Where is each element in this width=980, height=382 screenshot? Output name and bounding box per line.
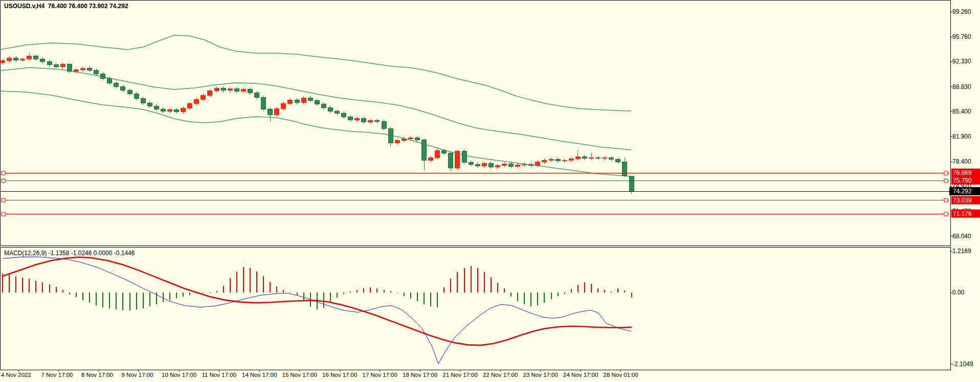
time-tick-label: 9 Nov 17:00 — [122, 372, 153, 378]
candle-body — [355, 118, 360, 120]
candle-body — [134, 94, 139, 98]
candle-body — [435, 150, 440, 158]
time-tick-label: 7 Nov 17:00 — [41, 372, 73, 378]
candle-body — [308, 98, 313, 101]
candle-body — [449, 153, 453, 168]
candle-body — [569, 159, 573, 160]
candle-body — [1, 61, 5, 63]
candle-body — [161, 109, 165, 111]
level-line-left-handle[interactable] — [2, 171, 5, 175]
price-tag-red-label: 71.176 — [953, 210, 972, 217]
macd-tick-label: -2.1049 — [952, 361, 973, 368]
panel-backgrounds — [0, 0, 980, 382]
candle-body — [582, 157, 587, 159]
candle-body — [368, 121, 373, 122]
candle-body — [121, 87, 125, 90]
price-tick-label: 81.900 — [952, 133, 971, 140]
candle-body — [375, 121, 380, 122]
candle-body — [362, 118, 366, 122]
price-tick-label: 85.400 — [952, 108, 971, 115]
candle-body — [7, 58, 12, 61]
symbol-title: USOUSD.v,H4 76.400 76.400 73.902 74.292 — [4, 3, 128, 10]
time-tick-label: 11 Nov 17:00 — [202, 372, 237, 378]
time-tick-label: 16 Nov 17:00 — [322, 372, 357, 378]
candle-body — [321, 104, 326, 108]
price-tick-label: 78.400 — [952, 158, 971, 165]
level-line-right-handle[interactable] — [944, 171, 948, 175]
candle-body — [382, 121, 386, 128]
candle-body — [609, 158, 614, 160]
candle-body — [54, 64, 58, 66]
candle-body — [27, 56, 32, 59]
candle-body — [622, 162, 627, 175]
chart-window: { "header": { "symbol_period": "USOUSD.v… — [0, 0, 980, 382]
price-tick-label: 92.330 — [952, 58, 971, 65]
candle-body — [214, 88, 219, 91]
price-tag-red-label: 73.039 — [953, 197, 972, 204]
ohlc-readout — [44, 3, 48, 10]
candle-body — [34, 56, 38, 59]
candle-body — [201, 95, 206, 99]
candle-body — [221, 88, 226, 91]
candle-body — [422, 140, 427, 161]
candle-body — [562, 160, 567, 161]
candle-body — [469, 162, 473, 164]
level-line-left-handle[interactable] — [2, 179, 5, 183]
candle-body — [495, 165, 500, 167]
candle-body — [248, 89, 252, 93]
candle-body — [442, 150, 447, 153]
candle-body — [87, 68, 92, 70]
level-line-right-handle[interactable] — [944, 179, 948, 183]
level-line-left-handle[interactable] — [2, 212, 5, 216]
candle-body — [388, 128, 393, 143]
macd-values: -1.1358 -1.0246 0.0000 -0.1446 — [49, 250, 135, 257]
candle-body — [455, 151, 460, 168]
candle-body — [154, 106, 159, 109]
candle-body — [603, 158, 607, 159]
symbol-period-label: USOUSD.v,H4 — [4, 3, 44, 10]
candle-body — [281, 104, 286, 109]
time-tick-label: 17 Nov 17:00 — [363, 372, 397, 378]
candle-body — [261, 97, 266, 109]
candle-body — [629, 176, 634, 191]
candle-body — [168, 109, 172, 111]
candle-body — [147, 103, 152, 106]
price-tick-label: 99.260 — [952, 8, 971, 15]
time-tick-label: 24 Nov 17:00 — [563, 372, 598, 378]
candle-body — [395, 141, 399, 143]
candle-body — [589, 158, 594, 159]
candle-body — [208, 91, 212, 95]
candle-body — [14, 58, 18, 60]
level-line-left-handle[interactable] — [2, 198, 5, 202]
candle-body — [80, 68, 85, 70]
candle-body — [536, 162, 540, 166]
candle-body — [181, 108, 186, 111]
candle-body — [482, 164, 486, 166]
candle-body — [127, 90, 132, 94]
level-line-right-handle[interactable] — [944, 212, 948, 216]
candle-body — [335, 111, 340, 114]
candle-body — [429, 158, 433, 161]
candle-body — [415, 138, 419, 140]
candle-body — [255, 93, 259, 97]
macd-name: MACD(12,26,9) — [4, 250, 47, 257]
price-tick-label: 95.760 — [952, 33, 971, 40]
candle-body — [60, 64, 65, 67]
chart-svg[interactable]: 99.26095.76092.33088.83085.40081.90078.4… — [0, 0, 980, 382]
candle-body — [141, 98, 145, 103]
candle-body — [275, 109, 279, 115]
candle-body — [575, 157, 580, 159]
candle-body — [542, 161, 547, 162]
candle-body — [228, 88, 232, 91]
level-line-right-handle[interactable] — [944, 198, 948, 202]
candle-body — [328, 108, 332, 111]
price-tick-label: 88.830 — [952, 83, 971, 91]
candle-body — [241, 89, 246, 92]
candle-body — [40, 59, 45, 62]
time-tick-label: 23 Nov 17:00 — [523, 372, 558, 378]
candle-body — [348, 117, 353, 120]
candle-body — [516, 165, 520, 166]
macd-tick-label: 0.00 — [952, 289, 965, 296]
time-tick-label: 15 Nov 17:00 — [282, 372, 317, 378]
candle-body — [101, 74, 105, 79]
